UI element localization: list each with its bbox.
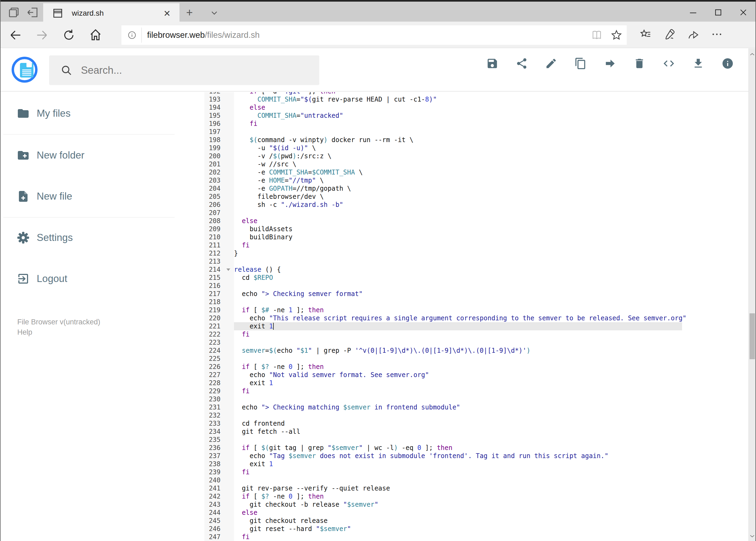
address-bar[interactable]: filebrowser.web/files/wizard.sh <box>122 25 627 45</box>
code-line[interactable]: sh -c "./wizard.sh -b" <box>234 201 682 209</box>
back-icon[interactable] <box>9 28 23 42</box>
favorite-star-icon[interactable] <box>611 29 623 41</box>
code-line[interactable]: cd frontend <box>234 419 682 427</box>
code-line[interactable]: semver=$(echo "$1" | grep -P '^v(0|[1-9]… <box>234 346 682 355</box>
code-line[interactable]: if [ $(git tag | grep "$semver" | wc -l)… <box>234 444 682 452</box>
code-line[interactable] <box>234 338 682 346</box>
code-line[interactable]: echo "Tag $semver does not exist in subm… <box>234 452 682 460</box>
code-line[interactable]: exit 1 <box>234 322 682 330</box>
code-line[interactable]: -e HOME="//tmp" \ <box>234 176 682 185</box>
code-line[interactable] <box>234 476 682 484</box>
code-line[interactable]: exit 1 <box>234 460 682 468</box>
code-line[interactable]: fi <box>234 120 682 128</box>
info-button[interactable] <box>721 57 734 70</box>
refresh-icon[interactable] <box>62 28 76 42</box>
code-line[interactable]: buildBinary <box>234 233 682 241</box>
download-button[interactable] <box>692 57 704 70</box>
share-icon[interactable] <box>687 28 699 41</box>
maximize-button[interactable] <box>706 5 730 20</box>
code-line[interactable] <box>234 436 682 444</box>
code-button[interactable] <box>662 57 675 70</box>
code-line[interactable]: cd $REPO <box>234 273 682 282</box>
save-button[interactable] <box>486 57 499 70</box>
sidebar-item-my-files[interactable]: My files <box>1 101 189 126</box>
reading-view-icon[interactable] <box>591 29 603 41</box>
code-line[interactable]: fi <box>234 468 682 476</box>
code-line[interactable]: if [ $? -ne 0 ]; then <box>234 492 682 500</box>
code-line[interactable] <box>234 298 682 306</box>
code-line[interactable]: fi <box>234 330 682 338</box>
home-icon[interactable] <box>89 28 103 42</box>
code-line[interactable]: echo "This release script requires a sin… <box>234 314 682 322</box>
active-tab[interactable]: wizard.sh ✕ <box>43 3 179 23</box>
code-line[interactable]: filebrowser/dev \ <box>234 193 682 201</box>
code-line[interactable]: else <box>234 217 682 225</box>
code-line[interactable]: echo "> Checking matching $semver in fro… <box>234 403 682 411</box>
code-line[interactable]: -w //src \ <box>234 160 682 168</box>
set-tabs-aside-icon[interactable] <box>26 6 39 19</box>
vertical-scrollbar[interactable] <box>748 48 755 541</box>
code-line[interactable]: git fetch --all <box>234 427 682 436</box>
code-line[interactable] <box>234 282 682 290</box>
code-line[interactable]: git reset --hard "$semver" <box>234 525 682 533</box>
code-line[interactable]: } <box>234 249 682 258</box>
code-line[interactable]: else <box>234 509 682 517</box>
new-tab-icon[interactable]: + <box>183 8 195 18</box>
annotate-pen-icon[interactable] <box>663 28 675 41</box>
code-line[interactable]: -e GOPATH=//tmp/gopath \ <box>234 185 682 193</box>
code-line[interactable]: if [ $# -ne 1 ]; then <box>234 306 682 314</box>
delete-button[interactable] <box>633 57 645 70</box>
sidebar-item-settings[interactable]: Settings <box>1 225 189 251</box>
scroll-up-icon[interactable] <box>749 51 755 58</box>
move-button[interactable] <box>604 57 616 70</box>
code-line[interactable] <box>234 411 682 419</box>
forward-icon[interactable] <box>35 28 49 42</box>
share-button[interactable] <box>516 57 528 70</box>
code-line[interactable]: echo "> Checking semver format" <box>234 290 682 298</box>
sidebar-item-logout[interactable]: Logout <box>1 266 189 292</box>
code-editor[interactable]: 1921931941951961971981992002012022032042… <box>204 92 749 541</box>
code-line[interactable]: fi <box>234 533 682 541</box>
code-line[interactable]: -u "$(id -u)" \ <box>234 144 682 152</box>
help-link[interactable]: Help <box>17 328 32 336</box>
scroll-down-icon[interactable] <box>749 533 755 539</box>
code-content[interactable]: if [ -d ".git" ]; thenCOMMIT_SHA="$(git … <box>234 92 682 541</box>
code-line[interactable]: COMMIT_SHA="untracked" <box>234 112 682 120</box>
sidebar-item-new-file[interactable]: New file <box>1 184 189 209</box>
code-line[interactable]: echo "Not valid semver format. See semve… <box>234 371 682 379</box>
tab-preview-icon[interactable] <box>7 6 20 19</box>
url-text[interactable]: filebrowser.web/files/wizard.sh <box>147 30 260 40</box>
search-input[interactable]: Search... <box>49 55 319 85</box>
code-line[interactable]: -v /$(pwd):/src:z \ <box>234 152 682 160</box>
code-line[interactable] <box>234 209 682 217</box>
code-line[interactable]: COMMIT_SHA="$(git rev-parse HEAD | cut -… <box>234 95 682 104</box>
code-line[interactable]: fi <box>234 241 682 249</box>
hub-icon[interactable] <box>639 28 652 41</box>
code-line[interactable]: exit 1 <box>234 379 682 387</box>
fold-arrow-icon[interactable] <box>226 269 230 271</box>
close-window-button[interactable] <box>731 5 755 20</box>
code-line[interactable] <box>234 258 682 266</box>
code-line[interactable]: -e COMMIT_SHA=$COMMIT_SHA \ <box>234 168 682 176</box>
code-line[interactable]: if [ $? -ne 0 ]; then <box>234 363 682 371</box>
code-line[interactable]: if [ -d ".git" ]; then <box>234 92 682 95</box>
site-info-icon[interactable] <box>127 31 136 40</box>
more-icon[interactable] <box>711 28 723 41</box>
code-line[interactable]: git checkout release <box>234 517 682 525</box>
code-line[interactable] <box>234 395 682 403</box>
code-line[interactable] <box>234 128 682 136</box>
code-line[interactable]: else <box>234 104 682 112</box>
code-line[interactable] <box>234 355 682 363</box>
scrollbar-thumb[interactable] <box>750 313 755 359</box>
close-tab-icon[interactable]: ✕ <box>162 9 172 18</box>
minimize-button[interactable] <box>681 5 705 20</box>
edit-button[interactable] <box>545 57 557 70</box>
sidebar-item-new-folder[interactable]: New folder <box>1 142 189 168</box>
code-line[interactable]: $(command -v winpty) docker run --rm -it… <box>234 136 682 144</box>
tab-list-chevron-icon[interactable] <box>208 8 221 18</box>
code-line[interactable]: git checkout -b release "$semver" <box>234 500 682 509</box>
filebrowser-logo[interactable] <box>12 57 38 83</box>
code-line[interactable]: release () { <box>234 266 682 273</box>
code-line[interactable]: buildAssets <box>234 225 682 233</box>
copy-button[interactable] <box>574 57 587 70</box>
